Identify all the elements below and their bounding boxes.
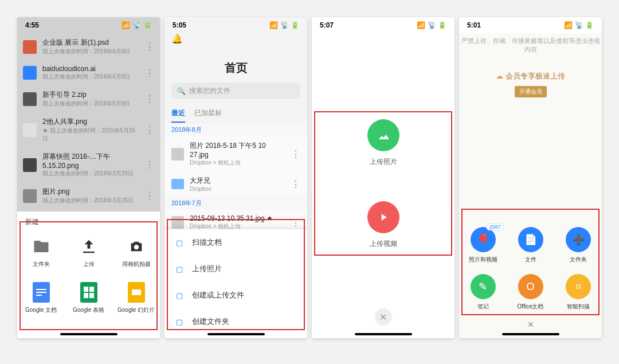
upload-panel: 上传照片 上传视频 <box>312 33 455 338</box>
action-office[interactable]: OOffice文档 <box>507 274 554 311</box>
more-icon[interactable]: ⋮ <box>291 179 300 190</box>
status-bar: 5:01 📶 📡 🔋 <box>459 17 602 33</box>
new-slides[interactable]: Google 幻灯片 <box>112 276 160 322</box>
more-icon[interactable]: ⋮ <box>291 148 300 159</box>
new-folder[interactable]: 文件夹 <box>17 230 65 276</box>
file-row[interactable]: baiducloudicon.ai 我上次修改的时间：2016年6月9日 ⋮ <box>23 60 154 85</box>
more-icon[interactable]: ⋮ <box>145 124 154 135</box>
vip-title: 会员专享极速上传 <box>506 72 565 80</box>
comparison-stage: 4:55 📶 📡 🔋 企业版 展示 新(1).psd 我上次修改的时间：2016… <box>0 0 619 355</box>
sheets-icon <box>79 282 99 303</box>
status-bar: 4:55 📶 📡 🔋 <box>17 17 160 33</box>
vip-button[interactable]: 开通会员 <box>515 86 547 97</box>
status-bar: 5:07 📶 📡 🔋 <box>312 17 455 33</box>
menu-label: 上传照片 <box>192 264 222 274</box>
upload-photo-label: 上传照片 <box>367 157 399 167</box>
file-name: 图片.png <box>42 187 139 197</box>
camera-icon <box>126 236 147 257</box>
menu-label: 创建或上传文件 <box>192 290 244 300</box>
close-button[interactable]: ✕ <box>375 308 392 326</box>
file-row[interactable]: 图片.png 我上次修改的时间：2016年3月26日 ⋮ <box>23 182 154 209</box>
folder-plus-icon: ➕ <box>566 227 591 252</box>
more-icon[interactable]: ⋮ <box>145 159 154 170</box>
menu-folder-new[interactable]: ▢创建文件夹 <box>164 308 307 335</box>
more-icon[interactable]: ⋮ <box>145 41 154 52</box>
file-row[interactable]: 屏幕快照 2016-…下午5.15.20.png 我上次修改的时间：2016年3… <box>23 147 154 182</box>
file-meta: 我上次修改的时间：2016年3月28日 <box>42 170 139 178</box>
cell-label: Google 表格 <box>65 306 112 314</box>
action-note[interactable]: ✎笔记 <box>459 274 507 311</box>
scan-icon: ▢ <box>175 238 184 247</box>
count-badge: 2587 <box>486 224 503 230</box>
action-label: 智能扫描 <box>554 303 602 311</box>
search-input[interactable]: 🔍 搜索您的文件 <box>171 83 300 99</box>
section-header: 2018年8月 <box>164 123 307 136</box>
new-upload[interactable]: 上传 <box>65 230 112 276</box>
file-meta: 我上次修改的时间：2016年6月9日 <box>42 100 139 108</box>
home-indicator <box>60 333 117 335</box>
action-media[interactable]: 🎈2587照片和视频 <box>459 227 507 264</box>
menu-label: 创建文件夹 <box>192 316 229 327</box>
office-icon: O <box>518 274 543 299</box>
file-icon: 📄 <box>518 227 543 252</box>
new-camera[interactable]: 用相机拍摄 <box>112 230 160 276</box>
photo-icon <box>171 216 184 229</box>
photo-icon <box>171 148 184 161</box>
action-sheet: ▢扫描文档▢上传照片▢创建或上传文件▢创建文件夹 <box>164 229 307 338</box>
file-name: baiducloudicon.ai <box>42 65 139 73</box>
close-button[interactable]: ✕ <box>527 320 534 329</box>
folder-icon <box>31 236 52 257</box>
file-thumb-icon <box>23 123 37 137</box>
tab-starred[interactable]: 已加星标 <box>194 105 222 123</box>
cell-label: 用相机拍摄 <box>112 260 160 268</box>
file-row[interactable]: 2他人共享.png ★ 我上次修改的时间：2015年5月26日 ⋮ <box>23 112 154 147</box>
home-indicator <box>502 333 559 335</box>
page-title: 首页 <box>164 60 307 76</box>
upload-video-label: 上传视频 <box>367 239 399 249</box>
more-icon[interactable]: ⋮ <box>145 68 154 79</box>
file-meta: 我上次修改的时间：2016年6月9日 <box>42 73 139 81</box>
cloud-icon: ☁ <box>496 72 503 80</box>
menu-scan[interactable]: ▢扫描文档 <box>164 229 307 256</box>
file-thumb-icon <box>23 66 37 80</box>
status-time: 5:07 <box>320 21 334 29</box>
more-icon[interactable]: ⋮ <box>145 190 154 201</box>
scan-icon: ⌗ <box>566 274 591 299</box>
item-sub: Dropbox <box>190 186 285 192</box>
upload-video-option[interactable]: 上传视频 <box>367 201 399 249</box>
upload-photo-option[interactable]: 上传照片 <box>367 119 399 167</box>
file-row[interactable]: 新手引导 2.zip 我上次修改的时间：2016年6月9日 ⋮ <box>23 85 154 112</box>
more-icon[interactable]: ⋮ <box>291 217 300 228</box>
more-icon[interactable]: ⋮ <box>145 93 154 104</box>
item-name: 2015-08-13 10.35.31.jpg ★ <box>190 214 285 222</box>
tab-recent[interactable]: 最近 <box>171 105 185 123</box>
action-grid: 🎈2587照片和视频📄文件➕文件夹✎笔记OOffice文档⌗智能扫描 <box>459 227 602 311</box>
media-icon: 🎈2587 <box>471 227 496 252</box>
battery-icon: 🔋 <box>143 21 152 29</box>
phone-2: 5:05 📶 📡 🔋 🔔 首页 🔍 搜索您的文件 最近 已加星标 2018年8月… <box>164 17 307 338</box>
status-time: 5:01 <box>467 21 481 29</box>
action-file[interactable]: 📄文件 <box>507 227 554 264</box>
file-thumb-icon <box>23 158 37 172</box>
photo-up-icon: ▢ <box>175 265 184 273</box>
action-scan[interactable]: ⌗智能扫描 <box>554 274 602 311</box>
sheet-title: 新建 <box>17 212 160 230</box>
new-docs[interactable]: Google 文档 <box>17 276 65 322</box>
action-label: 照片和视频 <box>459 256 507 264</box>
item-name: 照片 2018-5-18 下午5 10 27.jpg <box>190 141 285 159</box>
new-sheets[interactable]: Google 表格 <box>65 276 112 322</box>
phone-4: 5:01 📶 📡 🔋 严禁上传、存储、传播黄赌毒以及侵权等违法违规内容 ☁ 会员… <box>459 17 602 338</box>
file-row[interactable]: 企业版 展示 新(1).psd 我上次修改的时间：2016年6月9日 ⋮ <box>23 33 154 60</box>
action-folder-plus[interactable]: ➕文件夹 <box>554 227 602 264</box>
file-meta: ★ 我上次修改的时间：2015年5月26日 <box>42 127 139 143</box>
new-sheet: 新建 文件夹上传用相机拍摄Google 文档Google 表格Google 幻灯… <box>17 212 160 338</box>
list-item[interactable]: 大牙兄Dropbox⋮ <box>164 171 307 197</box>
disclaimer-text: 严禁上传、存储、传播黄赌毒以及侵权等违法违规内容 <box>459 37 602 54</box>
menu-photo-up[interactable]: ▢上传照片 <box>164 256 307 282</box>
file-name: 2他人共享.png <box>42 117 139 127</box>
list-item[interactable]: 照片 2018-5-18 下午5 10 27.jpgDropbox > 相机上传… <box>164 136 307 171</box>
status-icons: 📶 📡 🔋 <box>417 21 446 29</box>
folder-new-icon: ▢ <box>175 318 184 326</box>
menu-file-up[interactable]: ▢创建或上传文件 <box>164 282 307 308</box>
bell-icon[interactable]: 🔔 <box>171 34 183 44</box>
